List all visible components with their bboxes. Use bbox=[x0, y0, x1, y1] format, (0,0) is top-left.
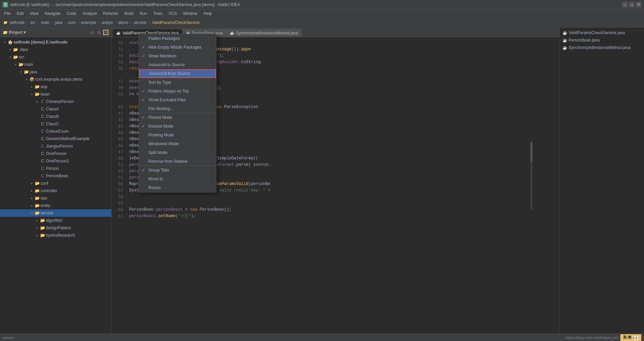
ctx-floating-mode[interactable]: Floating Mode bbox=[139, 131, 216, 139]
tree-label-java: java bbox=[30, 70, 37, 74]
menu-item-code[interactable]: Code bbox=[64, 10, 79, 17]
tree-item-colourenum[interactable]: C ColourEnum bbox=[0, 128, 111, 135]
tree-label-entity: entity bbox=[41, 203, 50, 208]
ctx-label-win: Windowed Mode bbox=[148, 141, 212, 146]
tree-item-hystrix[interactable]: ▸ 📂 hystrixResearch bbox=[0, 232, 111, 239]
tree-arrow-src: ▾ bbox=[8, 55, 12, 59]
right-file-synchronized[interactable]: ☕ SynchronizedInstanceMethod.java bbox=[560, 44, 644, 51]
menu-item-edit[interactable]: Edit bbox=[14, 10, 26, 17]
nav-main[interactable]: main bbox=[41, 20, 50, 25]
menu-item-build[interactable]: Build bbox=[122, 10, 136, 17]
menu-item-window[interactable]: Window bbox=[180, 10, 200, 17]
tree-item-classc[interactable]: C ClassC bbox=[0, 120, 111, 128]
ctx-show-members[interactable]: ✓ Show Members bbox=[139, 52, 216, 60]
nav-service[interactable]: service bbox=[134, 20, 147, 25]
editor-scrollbar-thumb[interactable] bbox=[530, 142, 532, 162]
menu-item-view[interactable]: View bbox=[27, 10, 41, 17]
tree-item-oneperson[interactable]: C OnePerson bbox=[0, 150, 111, 157]
tree-arrow-pb bbox=[35, 174, 39, 178]
ctx-docked-mode[interactable]: ✓ Docked Mode bbox=[139, 122, 216, 131]
right-file-label-pb: PersonBean.java bbox=[569, 38, 599, 43]
settings-gear-button[interactable]: ⚙ bbox=[103, 30, 109, 35]
ctx-label-from: Autoscroll from Source bbox=[149, 71, 211, 76]
ctx-file-nesting[interactable]: File Nesting... bbox=[139, 104, 216, 113]
ctx-hide-empty[interactable]: ✓ Hide Empty Middle Packages bbox=[139, 43, 216, 52]
nav-src[interactable]: src bbox=[30, 20, 35, 25]
ctx-label-nest: File Nesting... bbox=[148, 106, 212, 111]
nav-example[interactable]: example bbox=[81, 20, 96, 25]
context-menu: Flatten Packages ✓ Hide Empty Middle Pac… bbox=[139, 34, 216, 192]
right-file-validparams[interactable]: ☕ ValidParamsCheckService.java bbox=[560, 29, 644, 36]
ctx-autoscroll-to[interactable]: Autoscroll to Source bbox=[139, 60, 216, 69]
tree-item-package[interactable]: ▾ 📦 com.example.andya.demo bbox=[0, 76, 111, 83]
menu-item-navigate[interactable]: Navigate bbox=[42, 10, 63, 17]
tree-item-designpattern[interactable]: ▸ 📂 designPattern bbox=[0, 224, 111, 232]
panel-tools: ◎ ⊟ ⚙ bbox=[90, 30, 109, 35]
ctx-move-to[interactable]: Move to bbox=[139, 175, 216, 183]
tree-item-controller[interactable]: ▸ 📂 controller bbox=[0, 187, 111, 194]
right-file-personbean[interactable]: ☕ PersonBean.java bbox=[560, 36, 644, 44]
nav-java[interactable]: java bbox=[55, 20, 63, 25]
tree-label-root: selfcode [demo] E:\selfcode bbox=[14, 40, 67, 45]
ctx-folders-top[interactable]: ✓ Folders Always on Top bbox=[139, 87, 216, 96]
tree-item-algorithm[interactable]: ▸ 📂 algorithm bbox=[0, 217, 111, 224]
tree-item-person[interactable]: C Person bbox=[0, 165, 111, 172]
tree-item-personbean[interactable]: C PersonBean bbox=[0, 172, 111, 180]
class-pb-icon: C bbox=[40, 173, 45, 179]
tree-arrow-bean: ▾ bbox=[30, 92, 34, 96]
ctx-group-tabs[interactable]: ✓ Group Tabs bbox=[139, 166, 216, 175]
ctx-check-grp: ✓ bbox=[142, 168, 146, 173]
tree-item-jiangsuperson[interactable]: C JiangsuPerson bbox=[0, 142, 111, 150]
tree-item-generic[interactable]: C GenericMethodExample bbox=[0, 135, 111, 142]
ctx-label-mv: Move to bbox=[148, 177, 212, 181]
tree-item-entity[interactable]: ▸ 📂 entity bbox=[0, 202, 111, 209]
ctx-flatten-packages[interactable]: Flatten Packages bbox=[139, 34, 216, 43]
tree-item-classb[interactable]: C ClassB bbox=[0, 113, 111, 120]
nav-andya[interactable]: andya bbox=[102, 20, 113, 25]
nav-validparams[interactable]: ValidParamsCheckService bbox=[152, 20, 200, 25]
maximize-button[interactable]: □ bbox=[629, 2, 635, 7]
tab-synchronized[interactable]: ☕ SynchronizedInstanceMethod.java bbox=[226, 29, 302, 37]
tree-item-chineseperson[interactable]: ▸ C ChinesePerson bbox=[0, 98, 111, 105]
ctx-autoscroll-from[interactable]: Autoscroll from Source bbox=[139, 69, 216, 78]
menu-item-help[interactable]: Help bbox=[201, 10, 215, 17]
ctx-split-mode[interactable]: Split Mode bbox=[139, 148, 216, 157]
locate-button[interactable]: ◎ bbox=[90, 30, 95, 35]
tree-item-conf[interactable]: ▸ 📂 conf bbox=[0, 180, 111, 187]
menu-item-tools[interactable]: Tools bbox=[150, 10, 165, 17]
tree-item-selfcode-root[interactable]: ▾ 🏠 selfcode [demo] E:\selfcode bbox=[0, 38, 111, 46]
ctx-remove-sidebar[interactable]: Remove from Sidebar bbox=[139, 157, 216, 166]
menu-item-refactor[interactable]: Refactor bbox=[100, 10, 121, 17]
tree-item-classa[interactable]: C ClassA bbox=[0, 105, 111, 113]
ctx-pinned-mode[interactable]: ✓ Pinned Mode bbox=[139, 113, 216, 122]
nav-com[interactable]: com bbox=[68, 20, 76, 25]
nav-demo[interactable]: demo bbox=[118, 20, 128, 25]
menu-item-vcs[interactable]: VCS bbox=[166, 10, 180, 17]
tree-item-main[interactable]: ▾ 📂 main bbox=[0, 61, 111, 68]
ctx-windowed-mode[interactable]: Windowed Mode bbox=[139, 139, 216, 148]
folder-main-icon: 📂 bbox=[18, 62, 24, 67]
tree-item-idea[interactable]: ▸ 📂 .idea bbox=[0, 46, 111, 53]
close-button[interactable]: ✕ bbox=[636, 2, 641, 7]
tree-item-bean[interactable]: ▾ 📂 bean bbox=[0, 90, 111, 98]
class-p-icon: C bbox=[40, 166, 45, 171]
ctx-show-excluded[interactable]: ✓ Show Excluded Files bbox=[139, 96, 216, 104]
tree-item-src[interactable]: ▾ 📂 src bbox=[0, 53, 111, 61]
menu-item-run[interactable]: Run bbox=[137, 10, 150, 17]
menu-item-file[interactable]: File bbox=[1, 10, 13, 17]
minimize-button[interactable]: ─ bbox=[622, 2, 628, 7]
right-java-icon-pb: ☕ bbox=[563, 38, 567, 43]
ctx-resize[interactable]: Resize bbox=[139, 183, 216, 192]
tree-item-aop[interactable]: ▸ 📂 aop bbox=[0, 83, 111, 90]
tree-item-service[interactable]: ▾ 📂 service bbox=[0, 209, 111, 217]
ctx-sort-type[interactable]: Sort by Type bbox=[139, 78, 216, 87]
collapse-button[interactable]: ⊟ bbox=[96, 30, 102, 35]
tree-item-java[interactable]: ▾ 📂 java bbox=[0, 68, 111, 76]
tree-label-oneperson2: OnePerson2 bbox=[46, 159, 69, 163]
menu-item-analyze[interactable]: Analyze bbox=[80, 10, 100, 17]
language-button[interactable]: 英·简 👀 bbox=[620, 334, 641, 341]
tree-item-dao[interactable]: ▸ 📂 dao bbox=[0, 194, 111, 202]
nav-selfcode[interactable]: selfcode bbox=[9, 20, 25, 25]
ctx-check-excl: ✓ bbox=[142, 98, 146, 102]
tree-item-oneperson2[interactable]: C OnePerson2 bbox=[0, 157, 111, 165]
